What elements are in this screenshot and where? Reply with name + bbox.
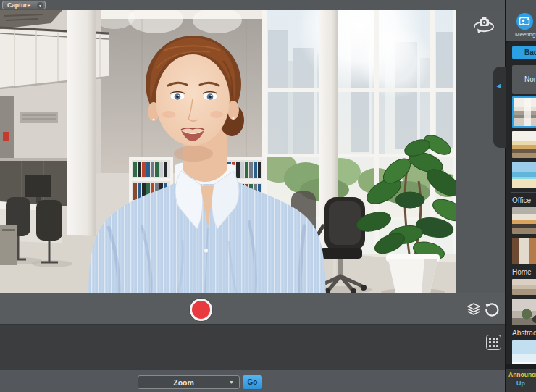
background-office-hall[interactable] [512,238,536,264]
announcement-banner[interactable]: Announcing Up [506,369,536,392]
background-meeting-room[interactable] [512,131,536,158]
section-label-abstract: Abstract [512,329,536,337]
meetings-icon[interactable] [516,13,533,30]
media-tray [0,324,505,370]
back-button[interactable]: Back [512,46,536,59]
camera-switch-icon[interactable] [471,12,497,36]
grid-view-icon[interactable] [486,335,501,350]
capture-controls-bar [0,293,505,324]
top-toolbar: Capture ▾ [0,0,505,10]
upgrade-link[interactable]: Up [516,380,536,387]
layers-icon[interactable] [466,301,482,317]
background-home-plant[interactable] [512,299,536,325]
background-office-warm[interactable] [512,207,536,234]
zoom-effect-dropdown[interactable]: Zoom ▼ [138,375,240,389]
background-none-button[interactable]: None [512,65,536,94]
section-label-office: Office [511,192,536,204]
chevron-left-icon: ◀ [496,83,501,89]
preview-side-gutter [456,10,505,293]
right-sidebar: Meetings Back NoneOfficeHomeAbstract Ann… [505,0,536,392]
background-beach[interactable] [512,162,536,188]
zoom-dropdown-label: Zoom [138,378,229,387]
sidebar-header: Meetings [506,0,536,41]
camera-preview [0,10,456,293]
go-button[interactable]: Go [243,375,262,389]
webcam-app-window: Capture ▾ [0,0,536,392]
background-home-beige[interactable] [512,279,536,295]
capture-mode-dropdown[interactable]: Capture ▾ [2,1,46,9]
backgrounds-panel: Back NoneOfficeHomeAbstract [506,41,536,364]
section-label-home: Home [512,268,536,276]
chevron-down-icon: ▼ [229,380,234,385]
record-button[interactable] [190,299,212,321]
panel-collapse-handle[interactable]: ◀ [493,67,506,148]
meetings-label: Meetings [515,31,536,38]
bottom-toolbar: Zoom ▼ Go [0,370,505,392]
reset-rotate-icon[interactable] [483,301,499,317]
announcement-text: Announcing [508,371,536,378]
chevron-down-icon: ▾ [37,2,43,9]
background-list: NoneOfficeHomeAbstract [506,65,536,364]
virtual-background-office-scene [0,10,456,293]
background-sky[interactable] [512,340,536,364]
capture-dropdown-label: Capture [7,1,30,9]
background-bright-office[interactable] [512,96,536,128]
